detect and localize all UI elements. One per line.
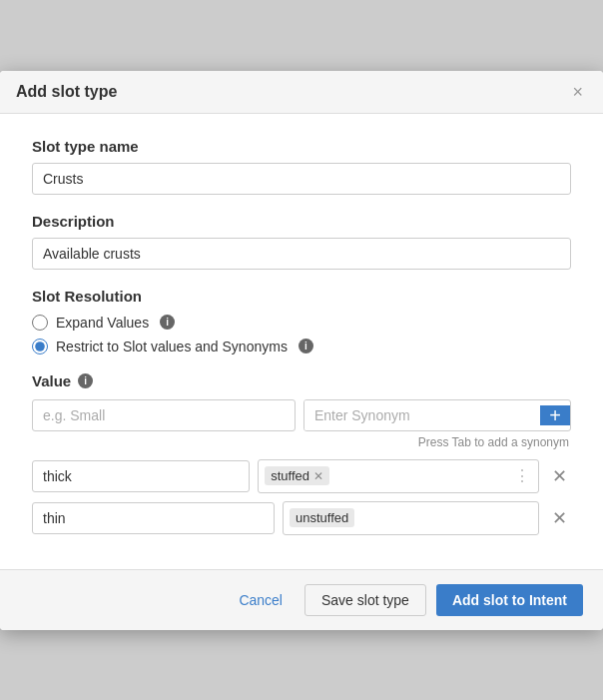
value-name-field-thin[interactable] — [32, 502, 275, 534]
table-row: unstuffed ✕ — [32, 501, 571, 535]
tag-remove-stuffed[interactable]: ✕ — [313, 470, 323, 482]
slot-type-name-group: Slot type name — [32, 138, 571, 195]
expand-values-radio-item: Expand Values i — [32, 315, 571, 331]
description-input[interactable] — [32, 238, 571, 270]
dialog-header: Add slot type × — [0, 71, 603, 114]
description-group: Description — [32, 213, 571, 270]
close-button[interactable]: × — [568, 83, 587, 101]
new-value-input-row: + — [32, 399, 571, 431]
synonym-tags-wrapper-thick: stuffed ✕ ⋮ — [258, 459, 539, 493]
table-row: stuffed ✕ ⋮ ✕ — [32, 459, 571, 493]
slot-resolution-group: Slot Resolution Expand Values i Restrict… — [32, 288, 571, 354]
dialog-footer: Cancel Save slot type Add slot to Intent — [0, 569, 603, 630]
remove-row-thick[interactable]: ✕ — [547, 464, 571, 488]
slot-type-name-input[interactable] — [32, 163, 571, 195]
value-name-field-thick[interactable] — [32, 460, 250, 492]
synonym-typing-input-thick[interactable] — [333, 468, 508, 484]
value-section-label: Value — [32, 372, 71, 389]
add-slot-type-dialog: Add slot type × Slot type name Descripti… — [0, 71, 603, 630]
dialog-title: Add slot type — [16, 83, 117, 101]
value-section: Value i + Press Tab to add a synonym stu… — [32, 372, 571, 535]
dialog-body: Slot type name Description Slot Resoluti… — [0, 114, 603, 569]
restrict-label: Restrict to Slot values and Synonyms — [56, 339, 288, 354]
description-label: Description — [32, 213, 571, 230]
press-tab-hint: Press Tab to add a synonym — [32, 435, 571, 449]
cancel-button[interactable]: Cancel — [227, 586, 295, 614]
new-synonym-input[interactable] — [304, 400, 540, 430]
expand-values-label: Expand Values — [56, 315, 149, 331]
expand-values-radio[interactable] — [32, 315, 48, 331]
synonym-tag-unstuffed: unstuffed — [290, 508, 354, 527]
add-synonym-button[interactable]: + — [540, 405, 570, 425]
value-label-row: Value i — [32, 372, 571, 389]
save-slot-type-button[interactable]: Save slot type — [304, 584, 426, 616]
restrict-radio-item: Restrict to Slot values and Synonyms i — [32, 339, 571, 354]
slot-resolution-label: Slot Resolution — [32, 288, 571, 305]
new-value-name-input[interactable] — [32, 399, 296, 431]
restrict-info-icon[interactable]: i — [299, 339, 313, 353]
synonym-tag-stuffed: stuffed ✕ — [265, 466, 329, 485]
remove-row-thin[interactable]: ✕ — [547, 506, 571, 530]
add-slot-to-intent-button[interactable]: Add slot to Intent — [436, 584, 583, 616]
new-synonym-input-wrapper: + — [303, 399, 571, 431]
synonym-tag-label: stuffed — [271, 468, 309, 483]
expand-values-info-icon[interactable]: i — [160, 315, 175, 330]
slot-type-name-label: Slot type name — [32, 138, 571, 155]
synonym-tag-label: unstuffed — [296, 510, 348, 525]
value-info-icon[interactable]: i — [78, 373, 93, 388]
drag-handle-thick[interactable]: ⋮ — [512, 466, 532, 485]
restrict-radio[interactable] — [32, 339, 48, 354]
synonym-tags-wrapper-thin: unstuffed — [283, 501, 539, 535]
